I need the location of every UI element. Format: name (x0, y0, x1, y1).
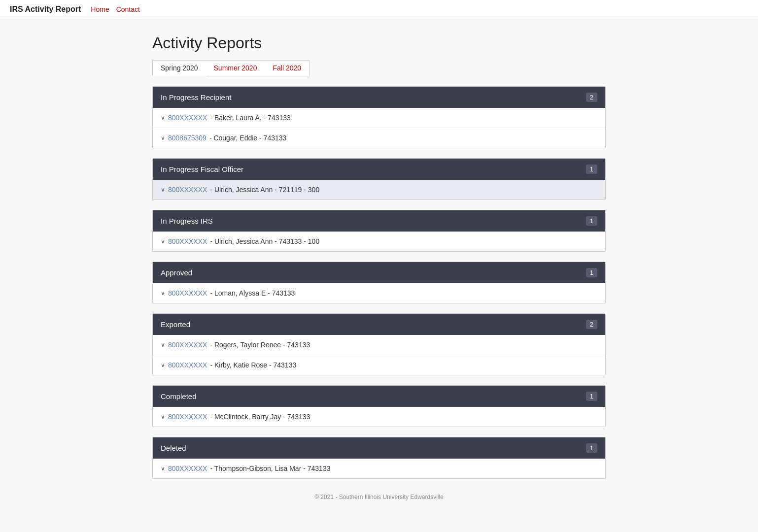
chevron-down-icon: ∨ (161, 114, 165, 121)
list-item[interactable]: ∨ 8008675309 - Cougar, Eddie - 743133 (153, 128, 605, 148)
section-header-in-progress-fiscal-officer[interactable]: In Progress Fiscal Officer1 (153, 159, 605, 180)
item-name: - Ulrich, Jessica Ann - 721119 - 300 (210, 186, 319, 194)
list-item[interactable]: ∨ 800XXXXXX - Rogers, Taylor Renee - 743… (153, 335, 605, 355)
list-item[interactable]: ∨ 800XXXXXX - Ulrich, Jessica Ann - 7211… (153, 180, 605, 200)
navbar-link-home[interactable]: Home (91, 5, 109, 13)
item-name: - Ulrich, Jessica Ann - 743133 - 100 (210, 237, 319, 245)
chevron-down-icon: ∨ (161, 186, 165, 193)
section-header-exported[interactable]: Exported2 (153, 314, 605, 335)
list-item[interactable]: ∨ 800XXXXXX - Thompson-Gibson, Lisa Mar … (153, 459, 605, 478)
chevron-down-icon: ∨ (161, 238, 165, 245)
section-badge-in-progress-fiscal-officer: 1 (586, 165, 597, 174)
item-id: 800XXXXXX (168, 289, 207, 297)
chevron-down-icon: ∨ (161, 465, 165, 472)
list-item[interactable]: ∨ 800XXXXXX - Ulrich, Jessica Ann - 7431… (153, 232, 605, 251)
section-title-in-progress-fiscal-officer: In Progress Fiscal Officer (161, 165, 243, 173)
item-name: - Loman, Alyssa E - 743133 (210, 289, 295, 297)
navbar-links: HomeContact (91, 5, 140, 13)
section-body-completed: ∨ 800XXXXXX - McClintock, Barry Jay - 74… (153, 407, 605, 427)
item-name: - Rogers, Taylor Renee - 743133 (210, 341, 310, 349)
list-item[interactable]: ∨ 800XXXXXX - Baker, Laura A. - 743133 (153, 108, 605, 128)
list-item[interactable]: ∨ 800XXXXXX - Loman, Alyssa E - 743133 (153, 283, 605, 303)
item-id: 8008675309 (168, 134, 207, 142)
section-body-exported: ∨ 800XXXXXX - Rogers, Taylor Renee - 743… (153, 335, 605, 375)
item-id: 800XXXXXX (168, 237, 207, 245)
item-name: - McClintock, Barry Jay - 743133 (210, 413, 310, 421)
section-badge-in-progress-irs: 1 (586, 216, 597, 226)
footer-text: © 2021 - Southern Illinois University Ed… (314, 494, 444, 500)
section-badge-completed: 1 (586, 392, 597, 401)
tab-spring-2020[interactable]: Spring 2020 (152, 60, 206, 76)
section-body-deleted: ∨ 800XXXXXX - Thompson-Gibson, Lisa Mar … (153, 459, 605, 478)
section-title-approved: Approved (161, 268, 192, 277)
section-body-in-progress-fiscal-officer: ∨ 800XXXXXX - Ulrich, Jessica Ann - 7211… (153, 180, 605, 200)
section-badge-in-progress-recipient: 2 (586, 93, 597, 102)
chevron-down-icon: ∨ (161, 413, 165, 420)
section-badge-exported: 2 (586, 320, 597, 329)
footer: © 2021 - Southern Illinois University Ed… (152, 494, 606, 510)
section-badge-approved: 1 (586, 268, 597, 277)
list-item[interactable]: ∨ 800XXXXXX - Kirby, Katie Rose - 743133 (153, 355, 605, 375)
section-header-in-progress-recipient[interactable]: In Progress Recipient2 (153, 87, 605, 108)
section-body-in-progress-irs: ∨ 800XXXXXX - Ulrich, Jessica Ann - 7431… (153, 232, 605, 251)
section-header-deleted[interactable]: Deleted1 (153, 437, 605, 459)
section-title-exported: Exported (161, 320, 190, 329)
tabs-container: Spring 2020Summer 2020Fall 2020 (152, 60, 606, 76)
chevron-down-icon: ∨ (161, 362, 165, 368)
section-in-progress-irs: In Progress IRS1∨ 800XXXXXX - Ulrich, Je… (152, 210, 606, 252)
section-header-completed[interactable]: Completed1 (153, 386, 605, 407)
section-body-approved: ∨ 800XXXXXX - Loman, Alyssa E - 743133 (153, 283, 605, 303)
item-id: 800XXXXXX (168, 114, 207, 122)
section-deleted: Deleted1∨ 800XXXXXX - Thompson-Gibson, L… (152, 437, 606, 479)
section-title-in-progress-irs: In Progress IRS (161, 217, 213, 225)
section-header-approved[interactable]: Approved1 (153, 262, 605, 283)
item-id: 800XXXXXX (168, 186, 207, 194)
navbar-link-contact[interactable]: Contact (116, 5, 140, 13)
section-in-progress-recipient: In Progress Recipient2∨ 800XXXXXX - Bake… (152, 86, 606, 148)
section-title-completed: Completed (161, 392, 197, 400)
item-name: - Cougar, Eddie - 743133 (209, 134, 286, 142)
chevron-down-icon: ∨ (161, 134, 165, 141)
page-title: Activity Reports (152, 34, 606, 52)
navbar-brand: IRS Activity Report (10, 5, 81, 14)
section-badge-deleted: 1 (586, 443, 597, 453)
section-in-progress-fiscal-officer: In Progress Fiscal Officer1∨ 800XXXXXX -… (152, 158, 606, 200)
main-content: Activity Reports Spring 2020Summer 2020F… (142, 34, 616, 510)
section-header-in-progress-irs[interactable]: In Progress IRS1 (153, 210, 605, 232)
section-title-deleted: Deleted (161, 444, 186, 452)
chevron-down-icon: ∨ (161, 290, 165, 297)
section-completed: Completed1∨ 800XXXXXX - McClintock, Barr… (152, 385, 606, 427)
list-item[interactable]: ∨ 800XXXXXX - McClintock, Barry Jay - 74… (153, 407, 605, 427)
chevron-down-icon: ∨ (161, 341, 165, 348)
item-id: 800XXXXXX (168, 465, 207, 472)
item-name: - Thompson-Gibson, Lisa Mar - 743133 (210, 465, 330, 472)
tab-fall-2020[interactable]: Fall 2020 (265, 60, 310, 76)
section-body-in-progress-recipient: ∨ 800XXXXXX - Baker, Laura A. - 743133∨ … (153, 108, 605, 148)
section-title-in-progress-recipient: In Progress Recipient (161, 93, 231, 101)
section-exported: Exported2∨ 800XXXXXX - Rogers, Taylor Re… (152, 313, 606, 375)
item-id: 800XXXXXX (168, 341, 207, 349)
item-name: - Baker, Laura A. - 743133 (210, 114, 290, 122)
item-id: 800XXXXXX (168, 361, 207, 369)
item-name: - Kirby, Katie Rose - 743133 (210, 361, 296, 369)
sections-container: In Progress Recipient2∨ 800XXXXXX - Bake… (152, 86, 606, 479)
item-id: 800XXXXXX (168, 413, 207, 421)
navbar: IRS Activity Report HomeContact (0, 0, 758, 19)
tab-summer-2020[interactable]: Summer 2020 (206, 60, 265, 76)
section-approved: Approved1∨ 800XXXXXX - Loman, Alyssa E -… (152, 262, 606, 303)
